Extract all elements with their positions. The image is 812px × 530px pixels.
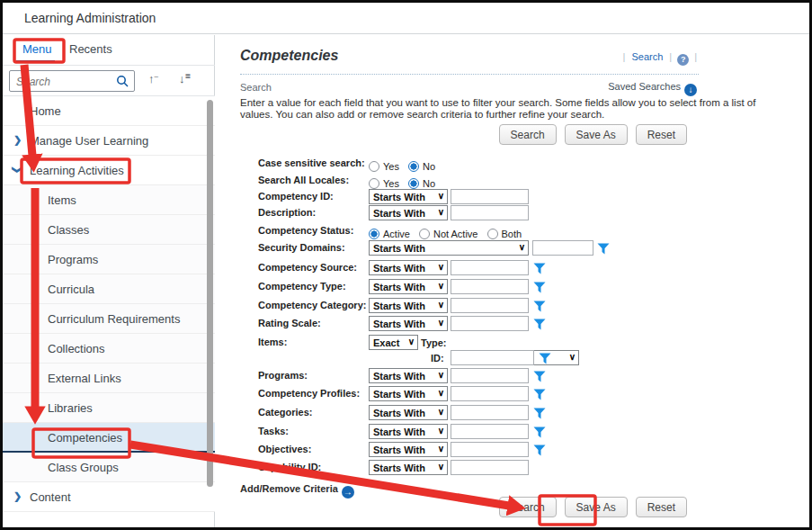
form-row-items: Items: Exact∨ Type: ∨ — [215, 335, 812, 351]
filter-icon[interactable] — [533, 318, 546, 334]
items-id-input[interactable] — [451, 350, 534, 365]
sidebar-item-curricula[interactable]: Curricula — [3, 274, 215, 304]
rating-scale-input[interactable] — [451, 316, 529, 331]
filter-icon[interactable] — [533, 444, 546, 460]
filter-icon[interactable] — [533, 281, 546, 297]
radio-case-no[interactable] — [408, 161, 419, 172]
competency-type-operator-select[interactable]: Starts With∨ — [369, 279, 448, 294]
filter-icon[interactable] — [533, 407, 546, 423]
rating-scale-operator-select[interactable]: Starts With∨ — [369, 316, 448, 331]
top-button-row: Search Save As Reset — [499, 124, 687, 145]
competency-source-input[interactable] — [451, 260, 529, 275]
competency-source-operator-select[interactable]: Starts With∨ — [369, 260, 448, 275]
sidebar-item-curriculum-requirements[interactable]: Curriculum Requirements — [3, 304, 215, 334]
chevron-down-icon: ∨ — [438, 426, 444, 436]
security-domains-input[interactable] — [532, 240, 593, 256]
filter-icon[interactable] — [597, 242, 610, 258]
tab-recents[interactable]: Recents — [69, 42, 112, 56]
sidebar-tabs: Menu Recents — [3, 35, 215, 66]
app-header: Learning Administration — [3, 3, 809, 34]
competency-id-input[interactable] — [451, 189, 529, 204]
security-domains-operator-select[interactable]: Starts With∨ — [369, 240, 529, 256]
form-row-items-id: ID: — [215, 350, 812, 366]
sidebar-item-libraries[interactable]: Libraries — [3, 393, 215, 423]
sidebar-item-learning-activities[interactable]: ❯Learning Activities — [3, 156, 215, 185]
chevron-down-icon: ∨ — [438, 407, 444, 417]
form-row-description: Description: Starts With∨ — [215, 205, 812, 221]
reset-button[interactable]: Reset — [636, 124, 687, 145]
filter-icon[interactable] — [533, 426, 546, 442]
competency-category-input[interactable] — [451, 298, 529, 313]
sidebar-item-external-links[interactable]: External Links — [3, 364, 215, 393]
tab-menu[interactable]: Menu — [22, 42, 52, 56]
save-as-button-bottom[interactable]: Save As — [565, 497, 628, 517]
reset-button-bottom[interactable]: Reset — [636, 497, 687, 517]
add-remove-criteria-link[interactable]: Add/Remove Criteria→ — [240, 483, 354, 499]
filter-icon[interactable] — [533, 300, 546, 316]
radio-status-not-active[interactable] — [419, 229, 430, 239]
radio-locales-no[interactable] — [408, 178, 419, 189]
chevron-down-icon: ∨ — [408, 337, 415, 346]
main-content: Competencies |Search|?| Search Saved Sea… — [215, 35, 812, 530]
search-button[interactable]: Search — [499, 124, 557, 145]
form-row-capability-id: Capability ID: Starts With∨ — [215, 460, 812, 476]
save-as-button[interactable]: Save As — [565, 124, 628, 145]
competency-type-input[interactable] — [451, 279, 529, 294]
radio-locales-yes[interactable] — [369, 178, 379, 189]
form-row-competency-id: Competency ID: Starts With∨ — [215, 189, 812, 205]
divider — [240, 74, 699, 75]
programs-operator-select[interactable]: Starts With∨ — [369, 368, 448, 383]
objectives-input[interactable] — [451, 442, 529, 457]
search-button-bottom[interactable]: Search — [499, 497, 557, 517]
sidebar-item-programs[interactable]: Programs — [3, 245, 215, 274]
sidebar-item-home[interactable]: Home — [3, 96, 215, 126]
form-row-objectives: Objectives: Starts With∨ — [215, 442, 812, 458]
sidebar-item-classes[interactable]: Classes — [3, 215, 215, 245]
competency-id-operator-select[interactable]: Starts With∨ — [369, 189, 448, 204]
sidebar: Menu Recents ↑– ↓≣ Home ❯Manage User Lea… — [3, 35, 215, 527]
categories-input[interactable] — [451, 405, 529, 420]
sidebar-item-collections[interactable]: Collections — [3, 334, 215, 364]
chevron-down-icon: ∨ — [438, 262, 444, 272]
tasks-input[interactable] — [451, 424, 529, 439]
radio-case-yes[interactable] — [369, 161, 379, 172]
filter-icon[interactable] — [533, 388, 546, 404]
expand-all-icon[interactable]: ↓≣ — [179, 72, 191, 85]
filter-icon[interactable] — [533, 262, 546, 278]
programs-input[interactable] — [451, 368, 529, 383]
help-icon[interactable]: ? — [677, 54, 689, 66]
capability-id-input[interactable] — [451, 460, 529, 475]
sidebar-item-class-groups[interactable]: Class Groups — [3, 453, 215, 482]
capability-id-operator-select[interactable]: Starts With∨ — [369, 460, 448, 475]
categories-operator-select[interactable]: Starts With∨ — [369, 405, 448, 420]
header-search-link[interactable]: Search — [631, 51, 663, 62]
radio-status-both[interactable] — [487, 229, 498, 239]
add-remove-arrow-icon: → — [342, 486, 354, 499]
radio-status-active[interactable] — [369, 229, 379, 239]
filter-icon[interactable] — [533, 370, 546, 386]
form-row-rating-scale: Rating Scale: Starts With∨ — [215, 316, 812, 332]
sidebar-item-manage-user-learning[interactable]: ❯Manage User Learning — [3, 126, 215, 156]
objectives-operator-select[interactable]: Starts With∨ — [369, 442, 448, 457]
competency-category-operator-select[interactable]: Starts With∨ — [369, 298, 448, 313]
sidebar-scrollbar[interactable] — [207, 100, 213, 487]
search-input[interactable] — [16, 74, 115, 89]
search-icon[interactable] — [116, 75, 129, 92]
competency-profiles-operator-select[interactable]: Starts With∨ — [369, 386, 448, 401]
filter-icon[interactable] — [539, 352, 551, 368]
instructions-text: Enter a value for each field that you wa… — [240, 97, 780, 121]
saved-searches-link[interactable]: Saved Searches↓ — [608, 81, 697, 96]
description-input[interactable] — [451, 205, 529, 220]
items-match-select[interactable]: Exact∨ — [369, 335, 418, 350]
tasks-operator-select[interactable]: Starts With∨ — [369, 424, 448, 439]
description-operator-select[interactable]: Starts With∨ — [369, 205, 448, 220]
sidebar-item-competencies[interactable]: Competencies — [3, 423, 215, 453]
sidebar-search-box[interactable] — [9, 70, 135, 92]
sidebar-item-content[interactable]: ❯Content — [3, 482, 215, 512]
competency-profiles-input[interactable] — [451, 386, 529, 401]
app-title: Learning Administration — [24, 11, 156, 25]
sidebar-item-items[interactable]: Items — [3, 185, 215, 215]
collapse-all-icon[interactable]: ↑– — [148, 72, 158, 85]
chevron-down-icon: ∨ — [438, 300, 444, 310]
header-links: |Search|?| — [623, 51, 697, 66]
